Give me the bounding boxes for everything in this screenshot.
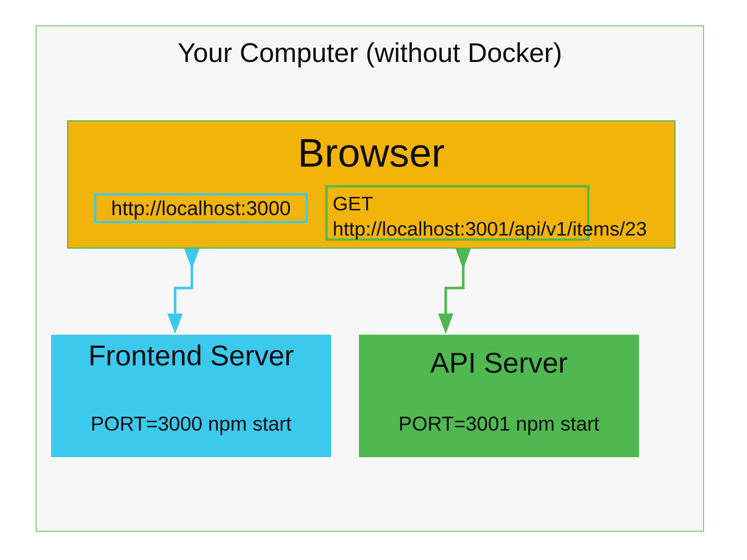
frontend-server-command: PORT=3000 npm start	[51, 412, 331, 435]
frontend-server-box: Frontend Server PORT=3000 npm start	[51, 335, 331, 457]
frontend-server-title: Frontend Server	[51, 339, 331, 372]
browser-title: Browser	[68, 129, 674, 176]
diagram-canvas: Your Computer (without Docker) Browser h…	[0, 0, 747, 560]
computer-title: Your Computer (without Docker)	[36, 37, 703, 68]
frontend-url-text: http://localhost:3000	[111, 197, 291, 220]
api-server-box: API Server PORT=3001 npm start	[359, 335, 639, 457]
frontend-url-box: http://localhost:3000	[94, 193, 308, 223]
api-server-command: PORT=3001 npm start	[359, 412, 639, 435]
api-server-title: API Server	[359, 346, 639, 380]
api-request-box: GET http://localhost:3001/api/v1/items/2…	[325, 185, 589, 241]
